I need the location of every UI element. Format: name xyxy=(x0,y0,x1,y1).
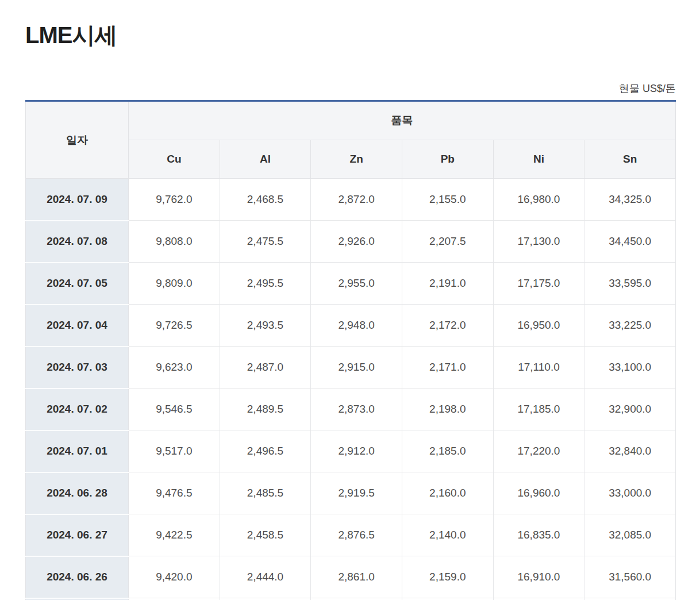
price-cell: 17,185.0 xyxy=(493,389,584,430)
table-row: 2024. 07. 059,809.02,495.52,955.02,191.0… xyxy=(26,263,676,305)
price-cell: 2,171.0 xyxy=(402,347,493,389)
price-cell xyxy=(220,598,311,600)
table-row: 2024. 06. 279,422.52,458.52,876.52,140.0… xyxy=(26,514,676,556)
price-cell: 2,489.5 xyxy=(220,389,311,430)
price-cell: 2,495.5 xyxy=(220,263,311,305)
price-cell: 33,595.0 xyxy=(584,263,676,305)
price-cell: 9,762.0 xyxy=(129,179,220,221)
price-cell xyxy=(493,598,584,600)
metal-header-pb: Pb xyxy=(402,140,493,179)
price-cell: 9,517.0 xyxy=(129,430,220,472)
price-cell: 16,960.0 xyxy=(493,472,584,514)
metal-header-sn: Sn xyxy=(584,140,676,179)
table-row: 2024. 06. 289,476.52,485.52,919.52,160.0… xyxy=(26,472,676,514)
metal-header-cu: Cu xyxy=(129,140,220,179)
price-cell: 2,444.0 xyxy=(220,556,311,598)
price-cell: 17,220.0 xyxy=(493,430,584,472)
item-group-header-cell: 품목 xyxy=(129,101,676,140)
metal-header-al: Al xyxy=(220,140,311,179)
price-cell: 2,475.5 xyxy=(220,221,311,263)
date-cell: 2024. 06. 28 xyxy=(26,472,129,514)
price-cell: 32,900.0 xyxy=(584,389,676,430)
date-cell: 2024. 07. 02 xyxy=(26,389,129,430)
price-cell: 9,420.0 xyxy=(129,556,220,598)
price-cell: 33,225.0 xyxy=(584,305,676,347)
price-cell xyxy=(129,598,220,600)
date-header-cell: 일자 xyxy=(26,101,129,179)
price-cell: 34,325.0 xyxy=(584,179,676,221)
price-cell: 2,861.0 xyxy=(311,556,402,598)
date-cell xyxy=(26,598,129,600)
price-cell: 2,198.0 xyxy=(402,389,493,430)
price-cell: 2,191.0 xyxy=(402,263,493,305)
price-cell: 33,100.0 xyxy=(584,347,676,389)
price-cell xyxy=(584,598,676,600)
price-cell: 17,175.0 xyxy=(493,263,584,305)
price-cell: 16,910.0 xyxy=(493,556,584,598)
price-cell: 2,496.5 xyxy=(220,430,311,472)
price-cell xyxy=(402,598,493,600)
price-cell: 9,476.5 xyxy=(129,472,220,514)
price-cell: 2,948.0 xyxy=(311,305,402,347)
price-cell: 2,873.0 xyxy=(311,389,402,430)
lme-price-table: 일자 품목 Cu Al Zn Pb Ni Sn 2024. 07. 099,76… xyxy=(25,100,676,600)
unit-label: 현물 US$/톤 xyxy=(25,82,676,95)
price-cell: 16,835.0 xyxy=(493,514,584,556)
page-title: LME시세 xyxy=(25,21,676,49)
price-table-body: 2024. 07. 099,762.02,468.52,872.02,155.0… xyxy=(26,179,676,600)
table-row: 2024. 07. 019,517.02,496.52,912.02,185.0… xyxy=(26,430,676,472)
price-cell: 16,980.0 xyxy=(493,179,584,221)
price-cell: 2,926.0 xyxy=(311,221,402,263)
date-cell: 2024. 07. 01 xyxy=(26,430,129,472)
price-cell: 2,155.0 xyxy=(402,179,493,221)
price-cell: 2,493.5 xyxy=(220,305,311,347)
date-cell: 2024. 06. 26 xyxy=(26,556,129,598)
price-cell: 2,485.5 xyxy=(220,472,311,514)
price-cell: 2,919.5 xyxy=(311,472,402,514)
price-cell: 2,912.0 xyxy=(311,430,402,472)
date-cell: 2024. 07. 03 xyxy=(26,347,129,389)
table-row-partial xyxy=(26,598,676,600)
price-cell: 2,872.0 xyxy=(311,179,402,221)
date-cell: 2024. 07. 08 xyxy=(26,221,129,263)
table-row: 2024. 07. 089,808.02,475.52,926.02,207.5… xyxy=(26,221,676,263)
date-cell: 2024. 06. 27 xyxy=(26,514,129,556)
price-cell: 2,458.5 xyxy=(220,514,311,556)
date-cell: 2024. 07. 09 xyxy=(26,179,129,221)
date-cell: 2024. 07. 04 xyxy=(26,305,129,347)
price-cell: 9,422.5 xyxy=(129,514,220,556)
table-row: 2024. 07. 099,762.02,468.52,872.02,155.0… xyxy=(26,179,676,221)
metal-header-zn: Zn xyxy=(311,140,402,179)
price-cell: 2,185.0 xyxy=(402,430,493,472)
header-group-row: 일자 품목 xyxy=(26,101,676,140)
price-cell: 2,955.0 xyxy=(311,263,402,305)
price-cell: 9,623.0 xyxy=(129,347,220,389)
price-cell: 2,160.0 xyxy=(402,472,493,514)
price-cell: 32,085.0 xyxy=(584,514,676,556)
price-cell: 33,000.0 xyxy=(584,472,676,514)
price-cell: 2,876.5 xyxy=(311,514,402,556)
price-cell: 2,140.0 xyxy=(402,514,493,556)
page: LME시세 현물 US$/톤 일자 품목 Cu Al Zn Pb Ni Sn 2… xyxy=(0,21,700,600)
price-cell xyxy=(311,598,402,600)
price-cell: 9,808.0 xyxy=(129,221,220,263)
table-row: 2024. 07. 039,623.02,487.02,915.02,171.0… xyxy=(26,347,676,389)
date-cell: 2024. 07. 05 xyxy=(26,263,129,305)
table-header: 일자 품목 Cu Al Zn Pb Ni Sn xyxy=(26,101,676,179)
table-row: 2024. 07. 049,726.52,493.52,948.02,172.0… xyxy=(26,305,676,347)
price-cell: 9,546.5 xyxy=(129,389,220,430)
price-cell: 2,159.0 xyxy=(402,556,493,598)
price-cell: 31,560.0 xyxy=(584,556,676,598)
price-cell: 9,809.0 xyxy=(129,263,220,305)
price-cell: 2,207.5 xyxy=(402,221,493,263)
price-cell: 16,950.0 xyxy=(493,305,584,347)
price-cell: 9,726.5 xyxy=(129,305,220,347)
table-row: 2024. 07. 029,546.52,489.52,873.02,198.0… xyxy=(26,389,676,430)
price-cell: 2,468.5 xyxy=(220,179,311,221)
price-cell: 17,110.0 xyxy=(493,347,584,389)
price-cell: 17,130.0 xyxy=(493,221,584,263)
metal-header-ni: Ni xyxy=(493,140,584,179)
price-cell: 2,487.0 xyxy=(220,347,311,389)
price-cell: 32,840.0 xyxy=(584,430,676,472)
price-cell: 34,450.0 xyxy=(584,221,676,263)
